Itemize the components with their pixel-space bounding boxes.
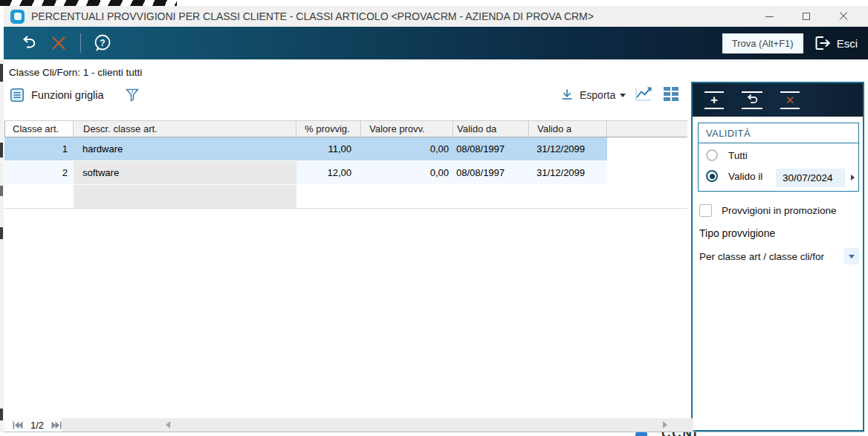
column-header-valido-a[interactable]: Valido a xyxy=(529,121,607,137)
radio-tutti[interactable] xyxy=(706,149,718,161)
cell-empty xyxy=(607,137,687,160)
cell-empty xyxy=(607,161,687,184)
card-view-button[interactable] xyxy=(664,87,678,101)
help-icon: ? xyxy=(92,33,113,53)
esci-label: Esci xyxy=(837,37,858,50)
radio-tutti-label: Tutti xyxy=(728,150,748,161)
grid-cell-icon xyxy=(664,92,670,96)
filter-button[interactable] xyxy=(123,86,141,104)
horizontal-scrollbar[interactable] xyxy=(62,418,693,432)
background-bleed-mark xyxy=(0,227,3,239)
app-logo-icon xyxy=(10,10,25,24)
orange-x-icon: ✕ xyxy=(786,94,795,105)
close-button[interactable] xyxy=(825,6,862,27)
plus-icon: + xyxy=(710,94,718,106)
trova-button[interactable]: Trova (Alt+F1) xyxy=(722,33,803,53)
esporta-label: Esporta xyxy=(580,89,615,101)
back-button[interactable] xyxy=(16,35,39,51)
orange-x-icon xyxy=(50,34,68,52)
help-button[interactable]: ? xyxy=(91,33,114,53)
undo-button[interactable] xyxy=(742,91,762,109)
cell-valido-a[interactable]: 31/12/2099 xyxy=(529,137,607,160)
date-spinner-icon[interactable] xyxy=(851,175,855,180)
commissions-table: Classe art. Descr. classe art. % provvig… xyxy=(4,120,687,209)
cell-valore-provv[interactable]: 0,00 xyxy=(361,161,453,184)
cell-valore-provv[interactable]: 0,00 xyxy=(361,137,453,160)
background-window-bleed-bottom: CCNL xyxy=(0,432,868,436)
pager: 1/2 xyxy=(4,418,62,432)
table-row[interactable]: 1 hardware 11,00 0,00 08/08/1997 31/12/2… xyxy=(4,137,687,161)
cell-valido-da[interactable]: 08/08/1997 xyxy=(453,161,529,184)
validita-fieldset: VALIDITÀ Tutti Valido il 30/07/2024 xyxy=(698,123,859,192)
cell-classe-art[interactable]: 2 xyxy=(4,161,74,184)
cell-perc-provvig[interactable]: 12,00 xyxy=(297,161,361,184)
table-row-empty xyxy=(4,185,687,209)
table-row[interactable]: 2 software 12,00 0,00 08/08/1997 31/12/2… xyxy=(4,161,687,185)
line-chart-icon xyxy=(633,85,654,104)
filter-panel: + ✕ VALIDITÀ Tutti Valido il 30/07/2024 … xyxy=(691,82,864,432)
background-bleed-mark xyxy=(0,64,3,82)
svg-text:?: ? xyxy=(100,38,105,48)
tipo-provvigione-dropdown[interactable]: Per classe art / classe cli/for xyxy=(699,247,859,265)
tipo-provvigione-value: Per classe art / classe cli/for xyxy=(699,251,844,262)
cell-valido-a[interactable]: 31/12/2099 xyxy=(529,161,607,184)
exit-icon xyxy=(814,34,832,52)
delete-button[interactable]: ✕ xyxy=(780,91,800,109)
undo-arrow-icon xyxy=(745,94,760,105)
promo-checkbox-row[interactable]: Provvigioni in promozione xyxy=(699,204,837,217)
radio-tutti-row[interactable]: Tutti xyxy=(699,143,858,164)
maximize-button[interactable] xyxy=(788,6,825,27)
cell-descr[interactable]: hardware xyxy=(74,137,297,160)
titlebar: PERCENTUALI PROVVIGIONI PER CLASSI CLIEN… xyxy=(4,6,868,27)
chevron-down-icon xyxy=(620,94,626,97)
grid-cell-icon xyxy=(664,97,670,101)
chevron-down-icon xyxy=(849,255,855,258)
radio-valido-il[interactable] xyxy=(706,170,718,182)
scroll-left-icon[interactable] xyxy=(166,421,170,429)
window-controls xyxy=(751,6,862,27)
radio-valido-label: Valido il xyxy=(728,171,762,182)
cell-classe-art[interactable]: 1 xyxy=(4,137,74,160)
window-title: PERCENTUALI PROVVIGIONI PER CLASSI CLIEN… xyxy=(31,10,594,22)
column-header-classe-art[interactable]: Classe art. xyxy=(4,121,74,137)
background-bleed-mark xyxy=(0,143,3,157)
background-window-bleed-top xyxy=(0,0,177,6)
page-indicator: 1/2 xyxy=(30,420,44,431)
minimize-icon xyxy=(765,16,774,17)
background-bleed-mark xyxy=(0,409,3,420)
cell-descr[interactable]: software xyxy=(74,161,297,184)
background-window-bleed-left xyxy=(0,59,4,432)
background-app-icon xyxy=(635,432,647,436)
add-row-button[interactable]: + xyxy=(705,91,724,109)
column-header-valido-da[interactable]: Valido da xyxy=(453,121,529,137)
valido-il-date-field[interactable]: 30/07/2024 xyxy=(776,169,845,187)
promo-checkbox[interactable] xyxy=(699,204,712,217)
back-undo-icon xyxy=(18,35,37,51)
grid-toolbar: Funzioni griglia xyxy=(9,85,141,105)
dropdown-button[interactable] xyxy=(844,248,859,264)
chart-view-button[interactable] xyxy=(633,85,654,104)
minimize-button[interactable] xyxy=(751,6,788,27)
cell-perc-provvig[interactable]: 11,00 xyxy=(297,137,361,160)
radio-valido-row[interactable]: Valido il 30/07/2024 xyxy=(699,164,858,191)
scroll-right-icon[interactable] xyxy=(663,421,667,429)
column-header-valore-provv[interactable]: Valore provv. xyxy=(361,121,453,137)
column-header-empty xyxy=(607,121,687,137)
grid-cell-icon xyxy=(672,87,678,91)
cancel-button[interactable] xyxy=(47,34,71,52)
classe-cli-forn-label: Classe Cli/Forn: 1 - clienti tutti xyxy=(9,67,142,78)
funzioni-griglia-button[interactable]: Funzioni griglia xyxy=(9,87,123,103)
last-page-button[interactable] xyxy=(51,421,62,429)
column-header-descr[interactable]: Descr. classe art. xyxy=(74,121,297,137)
background-bleed-mark xyxy=(0,186,3,196)
column-header-perc-provvig[interactable]: % provvig. xyxy=(297,121,361,137)
validita-title: VALIDITÀ xyxy=(699,123,858,143)
panel-toolbar: + ✕ xyxy=(693,83,863,117)
tipo-provvigione-label: Tipo provvigione xyxy=(699,227,775,239)
esci-button[interactable]: Esci xyxy=(814,34,858,52)
first-page-button[interactable] xyxy=(13,421,23,429)
table-header-row: Classe art. Descr. classe art. % provvig… xyxy=(4,120,687,137)
esporta-button[interactable]: Esporta xyxy=(559,85,626,105)
cell-valido-da[interactable]: 08/08/1997 xyxy=(453,137,529,160)
main-toolbar: ? Trova (Alt+F1) Esci xyxy=(4,27,868,59)
